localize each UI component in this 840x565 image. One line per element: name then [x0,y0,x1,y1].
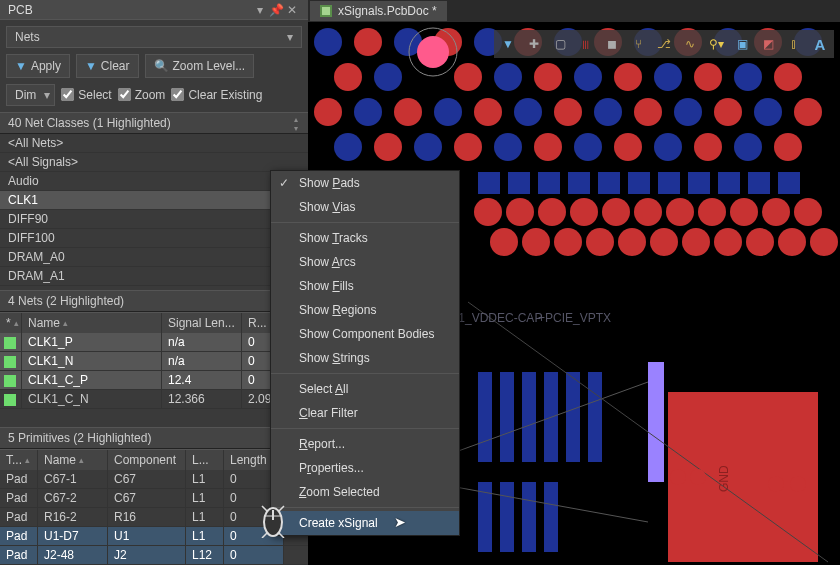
layers-icon[interactable]: ▣ [732,34,752,54]
context-menu-item[interactable]: Show Vias [271,195,459,219]
netclass-item[interactable]: DIFF100 [0,229,308,248]
nets-row[interactable]: CLK1_C_P12.40 [0,371,308,390]
svg-point-79 [714,228,742,256]
document-tab[interactable]: xSignals.PcbDoc * [310,1,447,21]
prims-row[interactable]: PadJ2-48J2L120 [0,546,308,565]
nets-row[interactable]: CLK1_Nn/a0 [0,352,308,371]
svg-point-40 [414,133,442,161]
dim-dropdown[interactable]: Dim [6,84,55,106]
prims-column-header[interactable]: Component [108,450,186,470]
svg-point-46 [654,133,682,161]
prims-column-header[interactable]: T... ▴ [0,450,38,470]
svg-point-2 [354,28,382,56]
wave-icon[interactable]: ∿ [680,34,700,54]
svg-point-16 [454,63,482,91]
svg-point-19 [574,63,602,91]
netclass-item[interactable]: <All Signals> [0,153,308,172]
prims-row[interactable]: PadC67-2C67L10 [0,489,308,508]
prims-row[interactable]: PadU1-D7U1L10 [0,527,308,546]
prims-column-header[interactable]: Name ▴ [38,450,108,470]
netclass-item[interactable]: CLK1 [0,191,308,210]
nets-table[interactable]: CLK1_Pn/a0CLK1_Nn/a0CLK1_C_P12.40CLK1_C_… [0,333,308,409]
svg-point-73 [522,228,550,256]
key-icon[interactable]: ⚲▾ [706,34,726,54]
svg-point-47 [694,133,722,161]
zoom-level-button[interactable]: 🔍Zoom Level... [145,54,255,78]
svg-point-27 [394,98,422,126]
select-rect-icon[interactable]: ▢ [550,34,570,54]
branch-icon[interactable]: ⑂ [628,34,648,54]
svg-point-69 [730,198,758,226]
nets-column-header[interactable]: Name ▴ [22,313,162,333]
bars-icon[interactable]: ⫼ [576,34,596,54]
svg-point-38 [334,133,362,161]
context-menu-item[interactable]: Show Strings [271,346,459,370]
svg-rect-88 [588,372,602,462]
context-menu-item[interactable]: Select All [271,377,459,401]
context-menu[interactable]: ✓Show PadsShow ViasShow TracksShow ArcsS… [270,170,460,536]
apply-button[interactable]: ▼Apply [6,54,70,78]
svg-point-33 [634,98,662,126]
nets-dropdown[interactable]: Nets [6,26,302,48]
context-menu-item[interactable]: Zoom Selected [271,480,459,504]
clear-existing-checkbox[interactable]: Clear Existing [171,88,262,102]
svg-point-39 [374,133,402,161]
context-menu-item[interactable]: Show Regions [271,298,459,322]
svg-point-21 [654,63,682,91]
prims-row[interactable]: PadC67-1C67L10 [0,470,308,489]
svg-rect-84 [500,372,514,462]
svg-point-48 [734,133,762,161]
netclass-item[interactable]: DRAM_A0 [0,248,308,267]
nets-column-header[interactable]: * ▴ [0,313,22,333]
prims-table[interactable]: PadC67-1C67L10PadC67-2C67L10PadR16-2R16L… [0,470,308,565]
context-menu-item[interactable]: Properties... [271,456,459,480]
context-menu-item[interactable]: Clear Filter [271,401,459,425]
context-menu-item[interactable]: ✓Show Pads [271,171,459,195]
prims-row[interactable]: PadR16-2R16L10 [0,508,308,527]
panel-title: PCB [8,3,252,17]
dropdown-icon[interactable]: ▾ [252,3,268,17]
svg-point-67 [666,198,694,226]
netclass-item[interactable]: DIFF90 [0,210,308,229]
magnifier-icon: 🔍 [154,59,169,73]
context-menu-item[interactable]: Show Arcs [271,250,459,274]
svg-point-62 [506,198,534,226]
close-icon[interactable]: ✕ [284,3,300,17]
pcb-doc-icon [320,5,332,17]
svg-point-71 [794,198,822,226]
context-menu-item[interactable]: Create xSignal [271,511,459,535]
svg-point-100 [670,469,686,485]
diag-icon[interactable]: ◩ [758,34,778,54]
context-menu-item[interactable]: Show Fills [271,274,459,298]
filter-icon[interactable]: ▼ [498,34,518,54]
text-icon[interactable]: A [810,34,830,54]
context-menu-item[interactable]: Show Tracks [271,226,459,250]
svg-point-64 [570,198,598,226]
svg-point-82 [810,228,838,256]
measure-icon[interactable]: ⫿ [784,34,804,54]
svg-rect-55 [628,172,650,194]
route-icon[interactable]: ⎇ [654,34,674,54]
nets-row[interactable]: CLK1_C_N12.3662.09 [0,390,308,409]
clear-button[interactable]: ▼Clear [76,54,139,78]
netclass-item[interactable]: <All Nets> [0,134,308,153]
nets-row[interactable]: CLK1_Pn/a0 [0,333,308,352]
svg-rect-50 [478,172,500,194]
prims-column-header[interactable]: L... [186,450,224,470]
context-menu-item[interactable]: Show Component Bodies [271,322,459,346]
netclass-list[interactable]: <All Nets><All Signals>AudioCLK1DIFF90DI… [0,134,308,286]
svg-rect-83 [478,372,492,462]
svg-point-23 [734,63,762,91]
zoom-checkbox[interactable]: Zoom [118,88,166,102]
context-menu-item[interactable]: Report... [271,432,459,456]
pin-icon[interactable]: 📌 [268,3,284,17]
crosshair-icon[interactable]: ✚ [524,34,544,54]
svg-point-66 [634,198,662,226]
svg-point-43 [534,133,562,161]
netclass-item[interactable]: Audio [0,172,308,191]
svg-point-76 [618,228,646,256]
nets-column-header[interactable]: Signal Len... [162,313,242,333]
select-checkbox[interactable]: Select [61,88,111,102]
netclass-item[interactable]: DRAM_A1 [0,267,308,286]
chip-icon[interactable]: ◼ [602,34,622,54]
